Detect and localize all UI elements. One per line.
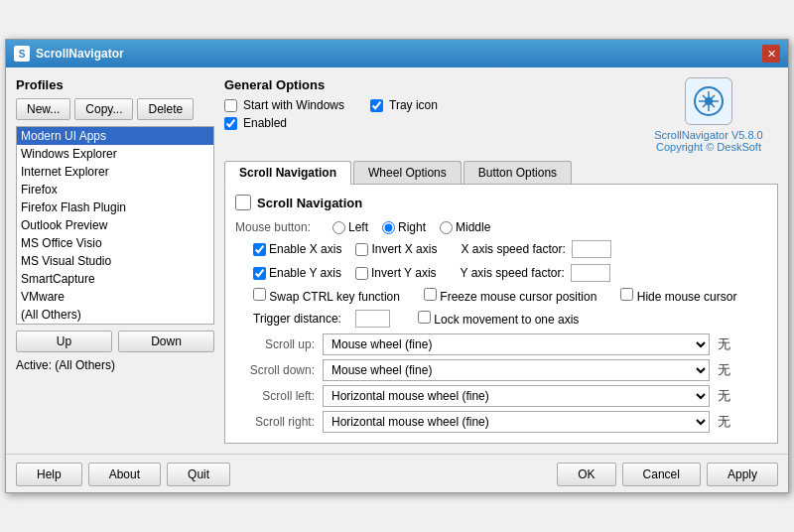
general-options: General Options Start with Windows Tray … (224, 77, 639, 134)
scroll-down-label: Scroll down: (235, 363, 315, 377)
copy-button[interactable]: Copy... (74, 98, 133, 120)
profile-item[interactable]: Firefox Flash Plugin (17, 199, 213, 216)
start-with-windows-checkbox[interactable] (224, 99, 237, 112)
tab-wheel-options[interactable]: Wheel Options (353, 161, 462, 184)
freeze-cursor-checkbox[interactable] (424, 288, 437, 301)
delete-button[interactable]: Delete (137, 98, 194, 120)
y-speed-row: Y axis speed factor: 1 (461, 264, 767, 282)
scroll-up-label: Scroll up: (235, 337, 315, 351)
profile-item[interactable]: Windows Explorer (17, 145, 213, 163)
mouse-button-row: Mouse button: Left Right Middle (235, 220, 767, 234)
main-layout: Profiles New... Copy... Delete Modern UI… (16, 77, 778, 444)
tab-content-scroll-navigation: Scroll Navigation Mouse button: Left Rig… (224, 185, 778, 444)
profile-item[interactable]: VMware (17, 288, 213, 306)
bottom-right: OK Cancel Apply (557, 463, 778, 486)
logo-area: ScrollNavigator V5.8.0 Copyright © DeskS… (639, 77, 778, 153)
close-button[interactable]: ✕ (762, 45, 780, 63)
invert-y-checkbox[interactable] (355, 267, 368, 280)
logo-version: ScrollNavigator V5.8.0 (639, 129, 778, 141)
enable-x-checkbox[interactable] (253, 243, 266, 256)
scroll-right-label: Scroll right: (235, 415, 315, 429)
enabled-checkbox[interactable] (224, 117, 237, 130)
trigger-label: Trigger distance: (253, 312, 341, 326)
enable-y-label: Enable Y axis (253, 266, 341, 280)
profile-item[interactable]: (All Others) (17, 306, 213, 324)
tray-icon-checkbox[interactable] (370, 99, 383, 112)
profile-item[interactable]: Outlook Preview (17, 216, 213, 234)
invert-y-label: Invert Y axis (355, 266, 437, 280)
profiles-label: Profiles (16, 77, 214, 92)
active-value: (All Others) (55, 358, 115, 372)
up-down-row: Up Down (16, 331, 214, 352)
about-button[interactable]: About (88, 463, 161, 486)
scroll-down-select[interactable]: Mouse wheel (fine) Mouse wheel (coarse) … (323, 359, 710, 381)
sn-title: Scroll Navigation (257, 196, 362, 210)
bottom-left: Help About Quit (16, 463, 230, 486)
tab-scroll-navigation[interactable]: Scroll Navigation (224, 161, 351, 185)
window-title: ScrollNavigator (36, 47, 124, 61)
x-speed-label: X axis speed factor: (461, 242, 565, 256)
radio-left[interactable] (332, 221, 345, 234)
up-button[interactable]: Up (16, 331, 112, 352)
titlebar: S ScrollNavigator ✕ (6, 40, 788, 67)
down-button[interactable]: Down (118, 331, 214, 352)
content-area: Profiles New... Copy... Delete Modern UI… (6, 67, 788, 454)
swap-ctrl-checkbox[interactable] (253, 288, 266, 301)
scroll-down-char: 无 (718, 361, 767, 379)
lock-movement-checkbox[interactable] (418, 311, 431, 324)
y-speed-input[interactable]: 1 (571, 264, 610, 282)
profile-item[interactable]: MS Visual Studio (17, 252, 213, 270)
lock-movement-label: Lock movement to one axis (418, 311, 579, 327)
trigger-input[interactable]: 5 (355, 310, 390, 328)
profile-item[interactable]: Firefox (17, 181, 213, 199)
scroll-grid: Scroll up: Mouse wheel (fine) Mouse whee… (235, 333, 767, 433)
profile-item[interactable]: Internet Explorer (17, 163, 213, 181)
tray-icon-label: Tray icon (389, 98, 438, 112)
profile-btn-row: New... Copy... Delete (16, 98, 214, 120)
start-with-windows-row: Start with Windows Tray icon (224, 98, 639, 112)
help-button[interactable]: Help (16, 463, 82, 486)
titlebar-left: S ScrollNavigator (14, 46, 124, 62)
radio-right[interactable] (382, 221, 395, 234)
x-speed-input[interactable]: 1 (572, 240, 611, 258)
right-top: General Options Start with Windows Tray … (224, 77, 778, 153)
scroll-left-label: Scroll left: (235, 389, 315, 403)
enabled-row: Enabled (224, 116, 639, 130)
general-options-title: General Options (224, 77, 639, 92)
enable-y-checkbox[interactable] (253, 267, 266, 280)
trigger-row: Trigger distance: 5 Lock movement to one… (235, 310, 767, 328)
x-speed-row: X axis speed factor: 1 (461, 240, 767, 258)
profile-item[interactable]: Modern UI Apps (17, 127, 213, 145)
profile-item[interactable]: SmartCapture (17, 270, 213, 288)
sn-enabled-checkbox[interactable] (235, 195, 251, 210)
quit-button[interactable]: Quit (167, 463, 230, 486)
invert-x-checkbox[interactable] (355, 243, 368, 256)
scroll-up-char: 无 (718, 335, 767, 353)
mouse-button-label: Mouse button: (235, 220, 325, 234)
scroll-up-select[interactable]: Mouse wheel (fine) Mouse wheel (coarse) … (323, 333, 710, 355)
tab-button-options[interactable]: Button Options (463, 161, 572, 184)
logo-copyright: Copyright © DeskSoft (639, 141, 778, 153)
logo-icon (685, 77, 732, 125)
x-axis-checkbox-group: Enable X axis Invert X axis (253, 242, 437, 256)
scroll-left-select[interactable]: Horizontal mouse wheel (fine) Horizontal… (323, 385, 710, 407)
enabled-label: Enabled (243, 116, 287, 130)
hide-cursor-checkbox[interactable] (620, 288, 633, 301)
active-label: Active: (All Others) (16, 358, 214, 372)
scroll-right-char: 无 (718, 413, 767, 431)
ctrl-row: Swap CTRL key function Freeze mouse curs… (235, 288, 767, 304)
y-axis-checkbox-group: Enable Y axis Invert Y axis (253, 266, 437, 280)
enable-x-label: Enable X axis (253, 242, 341, 256)
swap-ctrl-label: Swap CTRL key function (253, 288, 400, 304)
new-button[interactable]: New... (16, 98, 70, 120)
svg-point-1 (705, 97, 713, 105)
radio-middle[interactable] (440, 221, 453, 234)
hide-cursor-label: Hide mouse cursor (620, 288, 736, 304)
ok-button[interactable]: OK (557, 463, 615, 486)
profile-item[interactable]: MS Office Visio (17, 234, 213, 252)
mouse-button-radio-group: Left Right Middle (332, 220, 490, 234)
apply-button[interactable]: Apply (707, 463, 778, 486)
cancel-button[interactable]: Cancel (622, 463, 701, 486)
scroll-right-select[interactable]: Horizontal mouse wheel (fine) Horizontal… (323, 411, 710, 433)
profile-list[interactable]: Modern UI AppsWindows ExplorerInternet E… (16, 126, 214, 325)
